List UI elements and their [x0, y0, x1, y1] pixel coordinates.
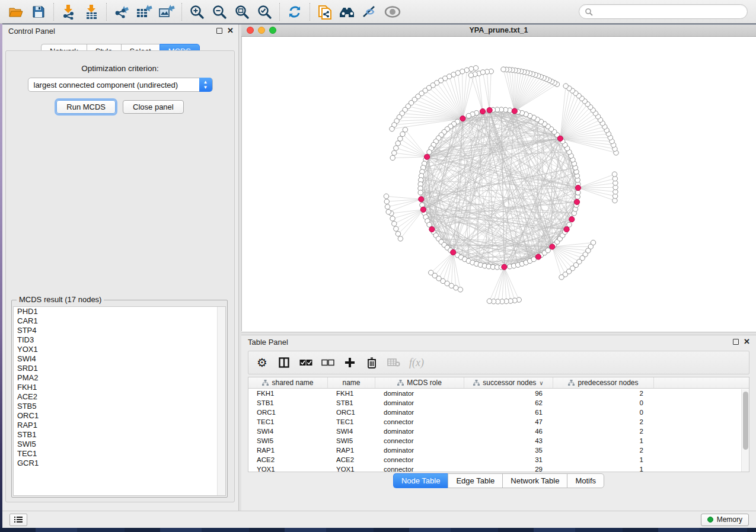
- mcds-result-item[interactable]: CAR1: [14, 316, 225, 326]
- share-document-icon[interactable]: [314, 2, 336, 22]
- mcds-result-item[interactable]: GCR1: [14, 459, 225, 468]
- mcds-hub-node[interactable]: [480, 108, 486, 114]
- close-panel-button[interactable]: Close panel: [123, 100, 184, 114]
- mcds-result-item[interactable]: SWI4: [14, 354, 225, 364]
- network-node[interactable]: [390, 216, 395, 221]
- table-row[interactable]: FKH1FKH1dominator962: [248, 389, 749, 398]
- search-network-icon[interactable]: [336, 2, 359, 22]
- mcds-hub-node[interactable]: [451, 249, 456, 255]
- mcds-hub-node[interactable]: [550, 244, 555, 249]
- show-graphics-eye-icon[interactable]: [381, 2, 404, 22]
- network-node[interactable]: [546, 248, 550, 252]
- export-table-icon[interactable]: [133, 2, 155, 22]
- table-row[interactable]: YOX1YOX1connector291: [248, 464, 749, 472]
- mcds-hub-node[interactable]: [535, 254, 541, 259]
- mcds-result-item[interactable]: STB1: [14, 430, 225, 440]
- close-panel-icon[interactable]: ✕: [744, 339, 750, 345]
- mcds-hub-node[interactable]: [425, 154, 430, 159]
- mcds-result-item[interactable]: SWI5: [14, 440, 225, 449]
- column-header-predecessor-nodes[interactable]: predecessor nodes: [553, 377, 654, 388]
- tab-network-table[interactable]: Network Table: [502, 473, 567, 488]
- zoom-fit-icon[interactable]: [231, 2, 253, 22]
- mcds-hub-node[interactable]: [512, 108, 517, 114]
- column-header-MCDS-role[interactable]: MCDS role: [375, 377, 464, 388]
- float-window-icon[interactable]: [216, 28, 222, 34]
- mcds-result-item[interactable]: PHD1: [14, 307, 225, 316]
- mcds-hub-node[interactable]: [574, 199, 579, 204]
- network-node[interactable]: [429, 270, 433, 275]
- show-columns-icon[interactable]: [277, 355, 291, 370]
- mcds-hub-node[interactable]: [487, 107, 492, 113]
- tab-node-table[interactable]: Node Table: [393, 473, 448, 488]
- mcds-result-item[interactable]: PMA2: [14, 373, 225, 383]
- network-node[interactable]: [395, 232, 400, 236]
- column-header-name[interactable]: name: [328, 377, 375, 388]
- network-node[interactable]: [394, 226, 398, 231]
- network-node[interactable]: [612, 172, 617, 177]
- mcds-list-scrollbar[interactable]: [217, 307, 225, 495]
- hide-details-icon[interactable]: [359, 2, 381, 22]
- mcds-result-item[interactable]: STP4: [14, 326, 225, 335]
- memory-button[interactable]: Memory: [701, 514, 749, 526]
- column-header-shared-name[interactable]: shared name: [248, 377, 328, 388]
- float-window-icon[interactable]: [733, 339, 739, 345]
- search-field[interactable]: [579, 4, 748, 19]
- mcds-result-item[interactable]: STB5: [14, 402, 225, 411]
- table-row[interactable]: TEC1TEC1connector472: [248, 417, 749, 427]
- network-node[interactable]: [398, 236, 403, 241]
- table-row[interactable]: STB1STB1dominator620: [248, 398, 749, 408]
- network-graph[interactable]: [242, 37, 756, 331]
- refresh-icon[interactable]: [283, 2, 306, 22]
- network-node[interactable]: [392, 150, 397, 155]
- mcds-result-item[interactable]: TEC1: [14, 449, 225, 459]
- table-options-gear-icon[interactable]: ⚙: [256, 355, 269, 370]
- network-node[interactable]: [390, 155, 395, 160]
- network-node[interactable]: [469, 66, 474, 71]
- zoom-selected-icon[interactable]: [253, 2, 276, 22]
- network-node[interactable]: [386, 210, 391, 214]
- close-panel-icon[interactable]: ✕: [227, 28, 234, 34]
- network-node[interactable]: [466, 113, 471, 118]
- table-scrollbar[interactable]: [741, 389, 749, 472]
- select-all-icon[interactable]: [299, 355, 312, 370]
- network-node[interactable]: [427, 150, 432, 155]
- deselect-all-icon[interactable]: [321, 355, 334, 370]
- table-scrollbar-thumb[interactable]: [743, 392, 748, 450]
- network-node[interactable]: [559, 275, 564, 280]
- mcds-result-list[interactable]: PHD1CAR1STP4TID3YOX1SWI4SRD1PMA2FKH1ACE2…: [13, 306, 226, 496]
- mcds-result-item[interactable]: RAP1: [14, 421, 225, 430]
- table-row[interactable]: ACE2ACE2connector311: [248, 455, 749, 464]
- zoom-in-icon[interactable]: [186, 2, 208, 22]
- add-column-icon[interactable]: [343, 355, 356, 370]
- optimization-criterion-select[interactable]: largest connected component (undirected)…: [28, 78, 213, 92]
- export-image-icon[interactable]: [155, 2, 178, 22]
- mcds-hub-node[interactable]: [419, 197, 424, 202]
- mcds-hub-node[interactable]: [564, 227, 569, 232]
- table-row[interactable]: ORC1ORC1dominator610: [248, 408, 749, 417]
- table-row[interactable]: SWI4SWI4dominator462: [248, 427, 749, 436]
- mcds-result-item[interactable]: YOX1: [14, 345, 225, 354]
- search-input[interactable]: [593, 8, 742, 16]
- network-node[interactable]: [390, 126, 394, 131]
- table-row[interactable]: RAP1RAP1dominator352: [248, 446, 749, 455]
- network-node[interactable]: [468, 73, 473, 78]
- mcds-hub-node[interactable]: [502, 264, 507, 270]
- network-node[interactable]: [384, 194, 388, 198]
- column-header-successor-nodes[interactable]: successor nodes∨: [464, 377, 553, 388]
- mcds-result-item[interactable]: ORC1: [14, 411, 225, 421]
- table-row[interactable]: SWI5SWI5connector431: [248, 436, 749, 446]
- network-node[interactable]: [473, 66, 478, 70]
- open-file-icon[interactable]: [5, 2, 27, 22]
- mcds-hub-node[interactable]: [575, 185, 580, 191]
- network-node[interactable]: [563, 84, 568, 88]
- mcds-hub-node[interactable]: [460, 116, 465, 121]
- tab-edge-table[interactable]: Edge Table: [448, 473, 502, 488]
- network-node[interactable]: [395, 141, 400, 146]
- network-node[interactable]: [394, 146, 398, 150]
- mcds-hub-node[interactable]: [420, 207, 426, 212]
- zoom-out-icon[interactable]: [208, 2, 231, 22]
- network-titlebar[interactable]: YPA_prune.txt_1: [241, 24, 756, 37]
- network-node[interactable]: [385, 204, 390, 209]
- network-node[interactable]: [403, 127, 407, 132]
- delete-column-trash-icon[interactable]: [365, 355, 378, 370]
